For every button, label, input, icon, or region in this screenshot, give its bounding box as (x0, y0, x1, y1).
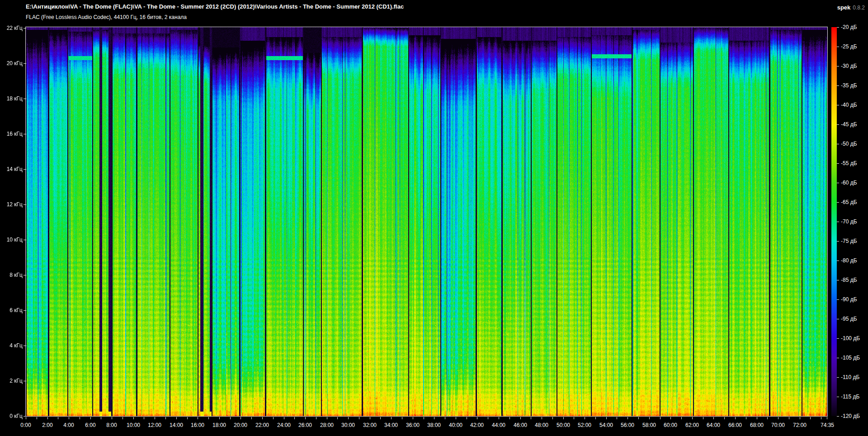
time-tick (574, 417, 574, 419)
time-tick (391, 417, 392, 419)
app-name: spek (837, 4, 851, 11)
time-tick (735, 417, 736, 419)
time-tick (424, 417, 424, 419)
time-tick (90, 417, 91, 419)
freq-tick-label: 18 кГц (0, 95, 23, 102)
db-tick-label: -20 дБ (841, 24, 857, 31)
time-tick (230, 417, 231, 419)
db-tick (837, 299, 839, 300)
freq-tick (24, 63, 26, 64)
time-tick (155, 417, 155, 419)
time-tick (746, 417, 746, 419)
db-tick-label: -100 дБ (841, 335, 860, 342)
db-tick-label: -40 дБ (841, 101, 857, 109)
time-tick (144, 417, 144, 419)
time-tick (670, 417, 671, 419)
time-tick (692, 417, 693, 419)
freq-tick (24, 310, 26, 311)
db-tick-label: -70 дБ (841, 218, 857, 225)
time-tick (800, 417, 800, 419)
db-tick (837, 397, 839, 397)
app-brand: spek0.8.2 (837, 3, 865, 11)
file-path: E:\Антициклон\VA - The Dome (FLAC)\VA - … (26, 3, 404, 10)
db-tick (837, 377, 839, 378)
time-tick (757, 417, 757, 419)
time-tick (617, 417, 617, 419)
time-tick (273, 417, 274, 419)
time-tick (402, 417, 402, 419)
time-tick (552, 417, 553, 419)
time-tick (69, 417, 69, 419)
db-tick (837, 338, 839, 339)
spek-window: E:\Антициклон\VA - The Dome (FLAC)\VA - … (0, 0, 868, 436)
time-tick (827, 417, 827, 419)
spectrogram-plot (25, 27, 828, 417)
freq-tick (24, 240, 26, 240)
freq-tick-label: 12 кГц (0, 201, 23, 208)
freq-tick-label: 20 кГц (0, 60, 23, 67)
time-tick (101, 417, 101, 419)
time-tick (810, 417, 811, 419)
db-tick (837, 47, 839, 47)
db-tick (837, 183, 839, 183)
time-tick (477, 417, 477, 419)
time-tick (251, 417, 252, 419)
time-tick (58, 417, 58, 419)
time-tick (627, 417, 628, 419)
time-tick (165, 417, 166, 419)
time-tick (294, 417, 295, 419)
freq-tick (24, 416, 26, 417)
freq-tick-label: 2 кГц (0, 377, 23, 384)
freq-tick (24, 28, 26, 28)
time-tick (456, 417, 456, 419)
time-tick (305, 417, 306, 419)
db-tick-label: -75 дБ (841, 237, 857, 245)
db-tick-label: -105 дБ (841, 354, 860, 361)
time-tick (595, 417, 596, 419)
db-tick (837, 202, 839, 203)
time-tick (112, 417, 112, 419)
db-tick-label: -120 дБ (841, 412, 860, 420)
db-tick (837, 319, 839, 319)
time-tick (520, 417, 521, 419)
app-version: 0.8.2 (853, 5, 865, 11)
freq-tick-label: 14 кГц (0, 166, 23, 173)
db-tick (837, 222, 839, 222)
time-tick (778, 417, 778, 419)
time-tick (26, 417, 26, 419)
time-tick (649, 417, 650, 419)
time-tick (638, 417, 639, 419)
time-tick (123, 417, 123, 419)
db-tick-label: -95 дБ (841, 315, 857, 322)
time-tick (531, 417, 531, 419)
db-tick (837, 105, 839, 105)
time-tick (262, 417, 263, 419)
db-tick-label: -60 дБ (841, 179, 857, 186)
time-tick (241, 417, 241, 419)
db-tick (837, 280, 839, 280)
time-tick (47, 417, 48, 419)
time-tick (585, 417, 585, 419)
freq-tick-label: 16 кГц (0, 130, 23, 137)
freq-tick-label: 4 кГц (0, 342, 23, 349)
time-tick (133, 417, 134, 419)
time-tick (713, 417, 714, 419)
time-tick (359, 417, 359, 419)
time-tick (467, 417, 467, 419)
freq-tick-label: 0 кГц (0, 412, 23, 420)
freq-tick-label: 10 кГц (0, 236, 23, 243)
time-tick (660, 417, 660, 419)
db-tick (837, 358, 839, 358)
time-tick (219, 417, 220, 419)
freq-tick-label: 8 кГц (0, 271, 23, 279)
file-info: FLAC (Free Lossless Audio Codec), 44100 … (26, 14, 187, 20)
db-tick (837, 163, 839, 164)
db-tick (837, 124, 839, 125)
time-tick (542, 417, 542, 419)
time-tick (488, 417, 488, 419)
time-tick (348, 417, 349, 419)
freq-tick-label: 6 кГц (0, 307, 23, 314)
freq-tick (24, 381, 26, 381)
time-tick (499, 417, 499, 419)
time-tick (208, 417, 209, 419)
